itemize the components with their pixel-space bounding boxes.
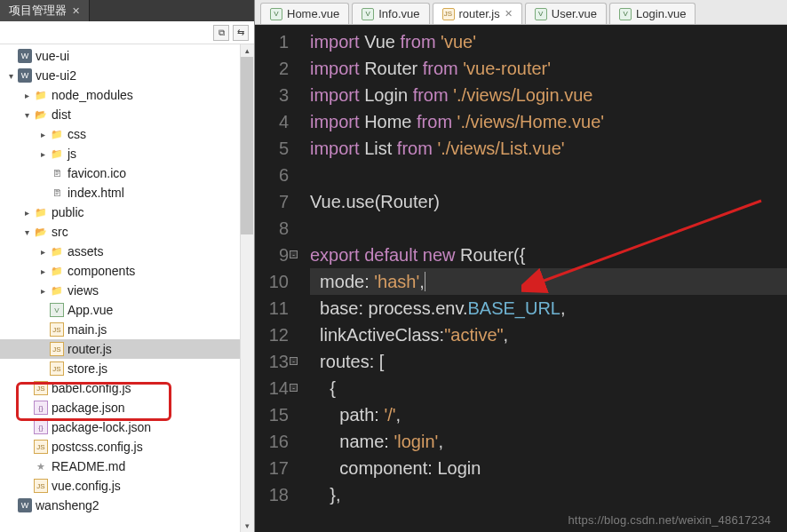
tree-item-assets[interactable]: ▸📁assets xyxy=(0,242,254,261)
scrollbar-thumb[interactable] xyxy=(241,57,253,234)
line-number: 10 xyxy=(255,268,289,295)
code-line[interactable]: name: 'login', xyxy=(310,428,787,455)
twisty-icon[interactable]: ▸ xyxy=(37,247,48,257)
scroll-down-icon[interactable]: ▾ xyxy=(241,520,253,532)
fold-icon[interactable]: - xyxy=(290,357,298,365)
tree-item-label: wansheng2 xyxy=(36,498,99,512)
tree-item-wansheng2[interactable]: Wwansheng2 xyxy=(0,496,254,515)
code-line[interactable]: import Home from './views/Home.vue' xyxy=(310,108,787,135)
tree-item-index-html[interactable]: 🖹index.html xyxy=(0,183,254,202)
proj-icon: W xyxy=(18,498,32,512)
js-icon: JS xyxy=(50,342,64,356)
folder-o-icon: 📁 xyxy=(50,283,64,298)
panel-tab-bar: 项目管理器 ✕ xyxy=(0,0,254,21)
code-line[interactable]: }, xyxy=(310,481,787,508)
tab-label: User.vue xyxy=(552,7,597,20)
code-line[interactable]: import Router from 'vue-router' xyxy=(310,55,787,82)
tree-item-label: README.md xyxy=(52,459,125,473)
tree-item-label: dist xyxy=(52,107,71,122)
twisty-icon[interactable]: ▸ xyxy=(21,91,32,100)
tree-item-app-vue[interactable]: VApp.vue xyxy=(0,300,254,320)
twisty-icon[interactable]: ▾ xyxy=(5,71,16,81)
editor-tab-info-vue[interactable]: VInfo.vue xyxy=(352,3,429,24)
line-number: 4 xyxy=(255,108,289,135)
code-line[interactable]: path: '/', xyxy=(310,401,787,428)
code-line[interactable]: { xyxy=(310,375,787,401)
tree-item-vue-ui[interactable]: Wvue-ui xyxy=(0,46,254,66)
code-line[interactable] xyxy=(310,162,787,188)
scrollbar-vertical[interactable]: ▴ ▾ xyxy=(240,44,254,532)
close-icon[interactable]: ✕ xyxy=(72,5,80,17)
tree-item-readme-md[interactable]: ★README.md xyxy=(0,457,254,476)
folder-o-icon: 📁 xyxy=(50,264,64,278)
code-line[interactable]: Vue.use(Router) xyxy=(310,188,787,215)
tree-item-views[interactable]: ▸📁views xyxy=(0,281,254,300)
code-editor[interactable]: 123456789-10111213-14-15161718 import Vu… xyxy=(255,25,787,532)
tree-item-label: main.js xyxy=(68,322,107,337)
code-line[interactable]: export default new Router({ xyxy=(310,242,787,268)
code-line[interactable]: import Vue from 'vue' xyxy=(310,28,787,55)
fold-icon[interactable]: - xyxy=(290,250,298,258)
twisty-icon[interactable]: ▾ xyxy=(21,110,32,120)
line-number: 18 xyxy=(255,481,289,508)
line-number: 3 xyxy=(255,82,289,108)
twisty-icon[interactable]: ▸ xyxy=(37,286,48,296)
code-line[interactable]: mode: 'hash', xyxy=(310,268,787,295)
tab-label: Home.vue xyxy=(287,7,339,20)
tree-item-dist[interactable]: ▾📂dist xyxy=(0,105,254,124)
tree-item-node_modules[interactable]: ▸📁node_modules xyxy=(0,85,254,105)
code-line[interactable]: linkActiveClass:"active", xyxy=(310,322,787,348)
tree-item-main-js[interactable]: JSmain.js xyxy=(0,320,254,339)
tree-item-babel-config-js[interactable]: JSbabel.config.js xyxy=(0,378,254,398)
editor-tab-router-js[interactable]: JSrouter.js✕ xyxy=(433,3,522,24)
panel-tab-project-manager[interactable]: 项目管理器 ✕ xyxy=(0,0,90,21)
tree-item-label: vue-ui xyxy=(36,49,69,63)
tree-item-css[interactable]: ▸📁css xyxy=(0,124,254,144)
code-line[interactable]: import List from './views/List.vue' xyxy=(310,135,787,162)
toolbar-button-1[interactable]: ⧉ xyxy=(213,25,229,41)
twisty-icon[interactable]: ▸ xyxy=(37,130,48,139)
tree-item-store-js[interactable]: JSstore.js xyxy=(0,359,254,378)
close-icon[interactable]: ✕ xyxy=(505,8,513,20)
code-line[interactable]: routes: [ xyxy=(310,348,787,375)
js-icon: JS xyxy=(50,361,64,376)
line-number: 14- xyxy=(255,375,289,401)
editor-tab-home-vue[interactable]: VHome.vue xyxy=(260,3,349,24)
tree-item-router-js[interactable]: JSrouter.js xyxy=(0,339,254,359)
tree-item-components[interactable]: ▸📁components xyxy=(0,261,254,281)
code-content[interactable]: import Vue from 'vue'import Router from … xyxy=(298,25,787,532)
tree-item-favicon-ico[interactable]: 🖹favicon.ico xyxy=(0,163,254,183)
code-line[interactable]: component: Login xyxy=(310,455,787,481)
twisty-icon[interactable]: ▸ xyxy=(37,266,48,276)
tree-item-label: views xyxy=(68,283,99,298)
folder-o-icon: 📁 xyxy=(50,147,64,161)
file-tree[interactable]: Wvue-ui▾Wvue-ui2▸📁node_modules▾📂dist▸📁cs… xyxy=(0,44,254,532)
fold-icon[interactable]: - xyxy=(290,384,298,392)
tree-item-src[interactable]: ▾📂src xyxy=(0,222,254,242)
folder-o-icon: 📁 xyxy=(34,88,48,102)
tree-item-js[interactable]: ▸📁js xyxy=(0,144,254,163)
tree-item-label: router.js xyxy=(68,342,112,356)
tree-item-vue-config-js[interactable]: JSvue.config.js xyxy=(0,476,254,496)
tree-item-vue-ui2[interactable]: ▾Wvue-ui2 xyxy=(0,66,254,85)
js-icon: JS xyxy=(50,322,64,337)
tree-item-label: favicon.ico xyxy=(68,166,126,180)
code-line[interactable] xyxy=(310,215,787,242)
tree-item-public[interactable]: ▸📁public xyxy=(0,202,254,222)
code-line[interactable]: base: process.env.BASE_URL, xyxy=(310,295,787,322)
js-icon: JS xyxy=(34,440,48,454)
tree-item-postcss-config-js[interactable]: JSpostcss.config.js xyxy=(0,437,254,457)
line-number: 1 xyxy=(255,28,289,55)
tree-item-package-lock-json[interactable]: {}package-lock.json xyxy=(0,417,254,437)
tree-item-package-json[interactable]: {}package.json xyxy=(0,398,254,417)
editor-tab-user-vue[interactable]: VUser.vue xyxy=(525,3,607,24)
toolbar-button-2[interactable]: ⇆ xyxy=(233,25,249,41)
code-line[interactable]: import Login from './views/Login.vue xyxy=(310,82,787,108)
tree-item-label: css xyxy=(68,127,86,141)
scroll-up-icon[interactable]: ▴ xyxy=(241,44,253,57)
editor-tab-login-vue[interactable]: VLogin.vue xyxy=(609,3,696,24)
twisty-icon[interactable]: ▸ xyxy=(21,208,32,218)
twisty-icon[interactable]: ▾ xyxy=(21,227,32,237)
twisty-icon[interactable]: ▸ xyxy=(37,149,48,159)
tree-item-label: vue.config.js xyxy=(52,479,121,493)
